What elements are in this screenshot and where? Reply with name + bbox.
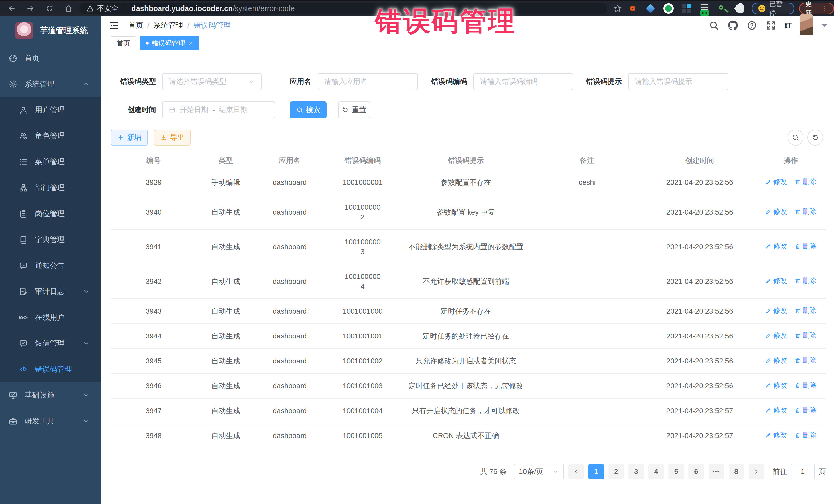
font-size-icon[interactable]: tT <box>785 21 791 30</box>
pagination-page[interactable]: 3 <box>629 464 644 479</box>
edit-link[interactable]: 修改 <box>765 306 787 315</box>
sidebar-toggle-icon[interactable] <box>109 20 119 31</box>
pagination-prev[interactable] <box>568 464 584 479</box>
v-extension-icon[interactable] <box>663 3 674 14</box>
back-icon[interactable] <box>7 4 17 13</box>
search-icon[interactable] <box>709 20 719 30</box>
tab-active[interactable]: 错误码管理 <box>139 37 199 50</box>
breadcrumb-item[interactable]: 系统管理 <box>153 20 183 30</box>
app-name-input[interactable]: 请输入应用名 <box>318 73 418 90</box>
delete-link[interactable]: 删除 <box>794 276 816 285</box>
user-avatar[interactable] <box>800 14 813 37</box>
switch-extension-icon[interactable]: on <box>699 3 710 14</box>
sidebar-item-dict-management[interactable]: 字典管理 <box>0 226 101 253</box>
sidebar-item-post-management[interactable]: 岗位管理 <box>0 201 101 226</box>
refresh-table-button[interactable] <box>807 130 823 146</box>
sidebar-item-user-management[interactable]: 用户管理 <box>0 97 101 123</box>
goto-page-input[interactable] <box>791 464 815 479</box>
forward-icon[interactable] <box>26 4 36 13</box>
cell-time: 2021-04-20 23:52:56 <box>643 299 756 324</box>
sidebar-item-role-management[interactable]: 角色管理 <box>0 123 101 149</box>
browser-update-button[interactable]: 更新 <box>799 3 834 14</box>
gem-extension-icon[interactable] <box>645 3 656 14</box>
reload-icon[interactable] <box>45 4 54 13</box>
edit-link[interactable]: 修改 <box>765 177 787 186</box>
cell-time: 2021-04-20 23:52:56 <box>643 349 756 373</box>
reset-button[interactable]: 重置 <box>338 101 370 118</box>
sidebar-item-dev-tools[interactable]: 研发工具 <box>0 408 101 434</box>
sidebar-item-label: 基础设施 <box>25 390 54 400</box>
edit-link[interactable]: 修改 <box>765 356 787 365</box>
pagination-page[interactable]: 5 <box>668 464 684 479</box>
sidebar-item-label: 部门管理 <box>35 183 65 193</box>
edit-link[interactable]: 修改 <box>765 331 787 340</box>
error-hint-input[interactable]: 请输入错误码提示 <box>628 73 728 90</box>
glasses-icon <box>19 313 28 322</box>
pagination-page-more[interactable]: ••• <box>708 464 724 479</box>
sidebar-item-notice-announcement[interactable]: 通知公告 <box>0 253 101 279</box>
sidebar-item-menu-management[interactable]: 菜单管理 <box>0 149 101 175</box>
close-icon[interactable] <box>188 41 193 46</box>
edit-link[interactable]: 修改 <box>765 276 787 285</box>
sidebar-item-audit-log[interactable]: 审计日志 <box>0 279 101 304</box>
adblock-extension-icon[interactable] <box>627 3 638 14</box>
pagination-next[interactable] <box>749 464 764 479</box>
pagination-page[interactable]: 4 <box>649 464 664 479</box>
tab-0[interactable]: 首页 <box>111 37 136 50</box>
sidebar-item-home[interactable]: 首页 <box>0 45 101 71</box>
breadcrumb-item[interactable]: 首页 <box>128 20 143 30</box>
delete-link[interactable]: 删除 <box>794 356 816 365</box>
search-button[interactable]: 搜索 <box>290 101 327 118</box>
edit-link[interactable]: 修改 <box>765 406 787 415</box>
delete-link[interactable]: 删除 <box>794 406 816 415</box>
sidebar-item-error-code-management[interactable]: 错误码管理 <box>0 356 101 382</box>
date-range-separator: - <box>213 106 215 114</box>
sidebar-item-system-management[interactable]: 系统管理 <box>0 71 101 97</box>
create-time-range-picker[interactable]: 开始日期 - 结束日期 <box>162 101 275 118</box>
sidebar-item-sms-management[interactable]: 短信管理 <box>0 330 101 356</box>
create-time-label: 创建时间 <box>127 101 156 118</box>
pagination-page[interactable]: 1 <box>588 464 604 479</box>
home-icon[interactable] <box>64 4 73 13</box>
error-type-select[interactable]: 请选择错误码类型 <box>162 73 262 90</box>
error-code-input[interactable]: 请输入错误码编码 <box>474 73 573 90</box>
sidebar-logo[interactable]: 芋道管理系统 <box>0 16 101 45</box>
delete-link-label: 删除 <box>803 380 816 390</box>
puzzle-extension-icon[interactable] <box>735 3 746 14</box>
export-button[interactable]: 导出 <box>154 130 191 146</box>
toggle-search-button[interactable] <box>788 130 804 146</box>
delete-link[interactable]: 删除 <box>794 241 816 251</box>
delete-link[interactable]: 删除 <box>794 207 816 216</box>
edit-link[interactable]: 修改 <box>765 207 787 216</box>
paused-extension-chip[interactable]: 已暂停 <box>752 3 794 14</box>
browser-menu-icon[interactable] <box>821 5 828 12</box>
delete-link[interactable]: 删除 <box>794 430 816 440</box>
pagination-page[interactable]: 6 <box>688 464 704 479</box>
delete-link[interactable]: 删除 <box>794 177 816 186</box>
edit-link[interactable]: 修改 <box>765 241 787 251</box>
fullscreen-icon[interactable] <box>766 20 776 30</box>
avatar-dropdown-caret-icon[interactable] <box>822 24 827 27</box>
pagination-page[interactable]: 2 <box>609 464 624 479</box>
grid-extension-icon[interactable] <box>681 3 692 14</box>
cell-id: 3946 <box>111 373 196 398</box>
edit-link[interactable]: 修改 <box>765 430 787 440</box>
key-extension-icon[interactable] <box>717 3 728 14</box>
security-warning[interactable]: 不安全 <box>86 4 118 13</box>
delete-link[interactable]: 删除 <box>794 306 816 315</box>
url-bar[interactable]: 不安全 dashboard.yudao.iocoder.cn/system/er… <box>79 3 607 14</box>
delete-link[interactable]: 删除 <box>794 331 816 340</box>
edit-link[interactable]: 修改 <box>765 380 787 390</box>
cell-type: 自动生成 <box>196 398 255 423</box>
sidebar-item-infrastructure[interactable]: 基础设施 <box>0 382 101 408</box>
page-size-select[interactable]: 10条/页 <box>514 464 564 479</box>
chevron-down-icon <box>248 78 255 85</box>
bookmark-star-icon[interactable] <box>613 4 622 13</box>
delete-link[interactable]: 删除 <box>794 380 816 390</box>
help-icon[interactable] <box>747 20 757 30</box>
sidebar-item-dept-management[interactable]: 部门管理 <box>0 175 101 201</box>
github-icon[interactable] <box>728 20 738 30</box>
add-button[interactable]: 新增 <box>111 130 148 146</box>
sidebar-item-online-users[interactable]: 在线用户 <box>0 304 101 330</box>
pagination-page[interactable]: 8 <box>728 464 744 479</box>
